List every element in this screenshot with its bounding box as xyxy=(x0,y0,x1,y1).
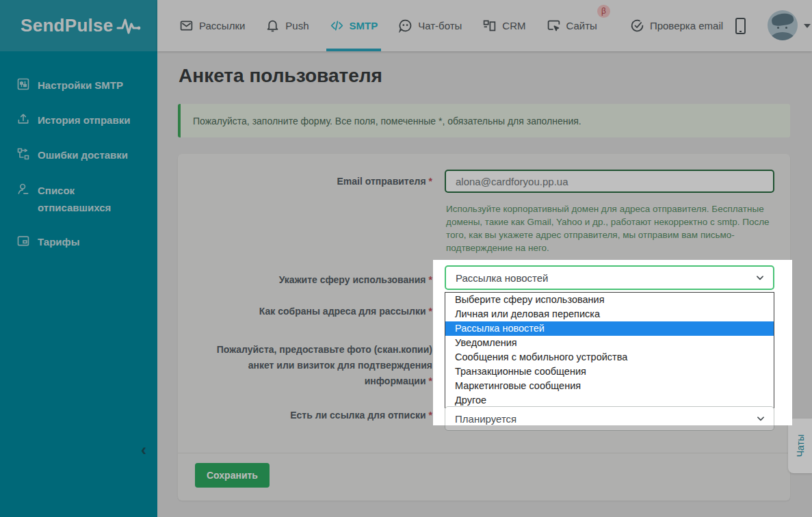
next-select-clipped: Планируется xyxy=(445,406,774,425)
dropdown-option[interactable]: Другое xyxy=(445,393,774,408)
usage-sphere-select[interactable]: Рассылка новостей xyxy=(445,265,774,290)
dropdown-option[interactable]: Уведомления xyxy=(445,336,774,350)
dropdown-option[interactable]: Личная или деловая переписка xyxy=(445,307,774,321)
chevron-down-icon xyxy=(756,414,765,423)
usage-sphere-dropdown-list: Выберите сферу использования Личная или … xyxy=(445,292,774,408)
dropdown-option[interactable]: Выберите сферу использования xyxy=(445,293,774,307)
dropdown-option[interactable]: Транзакционные сообщения xyxy=(445,364,774,379)
unsubscribe-link-select[interactable]: Планируется xyxy=(445,406,774,425)
select-value: Планируется xyxy=(455,413,516,425)
app-root: SendPulse Настройки SMTP История отправк… xyxy=(0,0,812,517)
dropdown-option-selected[interactable]: Рассылка новостей xyxy=(445,321,774,336)
spotlight-highlight: Рассылка новостей Выберите сферу использ… xyxy=(433,260,792,425)
select-value: Рассылка новостей xyxy=(456,272,548,284)
dim-overlay xyxy=(0,0,812,517)
dropdown-option[interactable]: Маркетинговые сообщения xyxy=(445,379,774,393)
chevron-down-icon xyxy=(755,273,765,282)
dropdown-option[interactable]: Сообщения с мобильного устройства xyxy=(445,350,774,364)
